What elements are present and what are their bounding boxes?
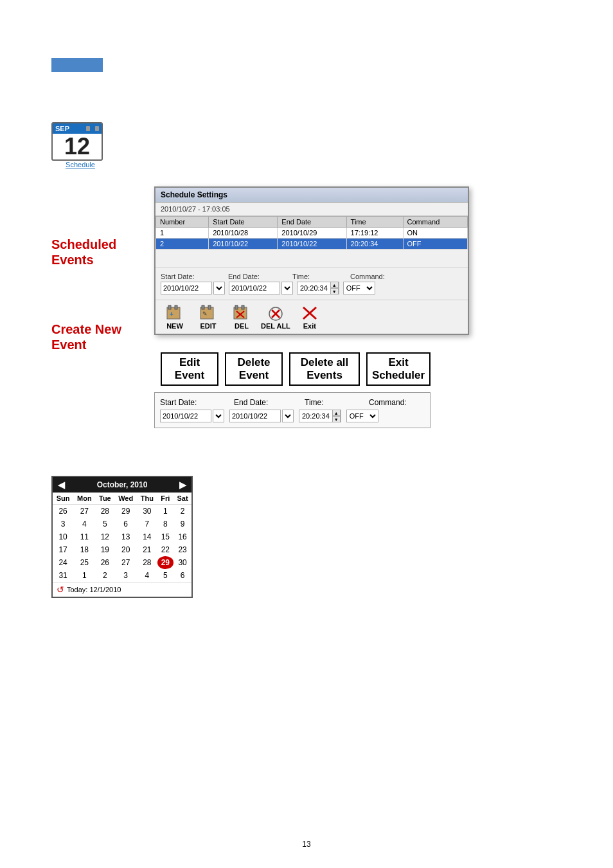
calendar-day[interactable]: 29 <box>157 556 174 569</box>
bf-end-date-input[interactable] <box>229 410 281 422</box>
start-date-label: Start Date: <box>161 273 222 280</box>
calendar-day[interactable]: 1 <box>157 505 174 518</box>
new-icon: + <box>164 304 185 322</box>
calendar-day[interactable]: 31 <box>53 569 73 582</box>
exit-button[interactable]: Exit <box>296 304 324 330</box>
calendar-day[interactable]: 13 <box>114 530 137 543</box>
cal-prev-btn[interactable]: ◀ <box>58 480 65 490</box>
cal-day: 12 <box>53 134 102 159</box>
col-header-enddate: End Date <box>278 217 346 228</box>
calendar-day[interactable]: 7 <box>137 518 157 530</box>
del-all-button[interactable]: DEL ALL <box>261 304 290 330</box>
bf-time-value: 20:20:34 <box>299 411 332 420</box>
calendar-day[interactable]: 8 <box>157 518 174 530</box>
calendar-day[interactable]: 11 <box>73 530 95 543</box>
svg-rect-10 <box>242 305 244 309</box>
svg-text:✎: ✎ <box>202 311 208 317</box>
new-event-button[interactable]: + NEW <box>161 304 189 330</box>
create-new-event-label: Create NewEvent <box>51 321 121 352</box>
calendar-day[interactable]: 25 <box>73 556 95 569</box>
mini-cal-footer: ↺ Today: 12/1/2010 <box>53 582 191 597</box>
calendar-day[interactable]: 27 <box>73 505 95 518</box>
window-title: Schedule Settings <box>155 188 468 203</box>
calendar-day[interactable]: 23 <box>173 543 191 556</box>
calendar-day[interactable]: 17 <box>53 543 73 556</box>
calendar-day[interactable]: 28 <box>137 556 157 569</box>
bf-start-date-select[interactable] <box>213 410 224 422</box>
calendar-day[interactable]: 19 <box>96 543 115 556</box>
col-header-startdate: Start Date <box>209 217 278 228</box>
calendar-day[interactable]: 12 <box>96 530 115 543</box>
bf-time-up-btn[interactable]: ▲ <box>332 410 341 416</box>
calendar-day[interactable]: 28 <box>96 505 115 518</box>
cell-endDate: 2010/10/22 <box>278 239 346 249</box>
cal-label[interactable]: Schedule <box>51 161 109 170</box>
calendar-day[interactable]: 9 <box>173 518 191 530</box>
time-up-btn[interactable]: ▲ <box>330 282 339 288</box>
calendar-day[interactable]: 18 <box>73 543 95 556</box>
del-all-label: DEL ALL <box>261 322 290 330</box>
calendar-day[interactable]: 4 <box>137 569 157 582</box>
calendar-day[interactable]: 3 <box>53 518 73 530</box>
calendar-day[interactable]: 26 <box>96 556 115 569</box>
calendar-day[interactable]: 5 <box>96 518 115 530</box>
cell-startDate: 2010/10/28 <box>209 228 278 239</box>
calendar-week-row: 17181920212223 <box>53 543 191 556</box>
calendar-day[interactable]: 5 <box>157 569 174 582</box>
del-event-button[interactable]: DEL <box>227 304 256 330</box>
end-date-input[interactable] <box>229 282 280 294</box>
top-bar <box>51 58 103 72</box>
calendar-day[interactable]: 15 <box>157 530 174 543</box>
cal-next-btn[interactable]: ▶ <box>179 480 186 490</box>
calendar-day[interactable]: 4 <box>73 518 95 530</box>
calendar-week-row: 3456789 <box>53 518 191 530</box>
calendar-week-row: 31123456 <box>53 569 191 582</box>
refresh-icon[interactable]: ↺ <box>57 584 64 595</box>
start-date-select[interactable] <box>213 282 225 294</box>
svg-rect-9 <box>235 305 238 309</box>
calendar-day[interactable]: 20 <box>114 543 137 556</box>
calendar-day[interactable]: 1 <box>73 569 95 582</box>
cell-command: ON <box>403 228 467 239</box>
calendar-day[interactable]: 14 <box>137 530 157 543</box>
bf-time-down-btn[interactable]: ▼ <box>332 416 341 422</box>
calendar-day[interactable]: 2 <box>96 569 115 582</box>
calendar-day[interactable]: 21 <box>137 543 157 556</box>
calendar-day[interactable]: 10 <box>53 530 73 543</box>
calendar-week-row: 262728293012 <box>53 505 191 518</box>
form-labels-row: Start Date: End Date: Time: Command: <box>161 273 463 280</box>
bf-command-select[interactable]: OFF ON <box>346 410 378 422</box>
edit-event-button[interactable]: ✎ EDIT <box>194 304 222 330</box>
calendar-day[interactable]: 27 <box>114 556 137 569</box>
calendar-day[interactable]: 6 <box>173 569 191 582</box>
time-spinner[interactable]: 20:20:34 ▲ ▼ <box>297 282 339 294</box>
cal-month-year: October, 2010 <box>97 480 148 489</box>
command-select[interactable]: OFF ON <box>343 282 375 294</box>
svg-rect-6 <box>208 305 211 309</box>
calendar-day[interactable]: 3 <box>114 569 137 582</box>
calendar-day[interactable]: 30 <box>137 505 157 518</box>
calendar-day[interactable]: 2 <box>173 505 191 518</box>
calendar-day[interactable]: 24 <box>53 556 73 569</box>
table-row[interactable]: 12010/10/282010/10/2917:19:12ON <box>156 228 468 239</box>
calendar-day[interactable]: 22 <box>157 543 174 556</box>
calendar-day[interactable]: 16 <box>173 530 191 543</box>
bf-command-label: Command: <box>369 398 407 407</box>
calendar-day[interactable]: 6 <box>114 518 137 530</box>
start-date-input[interactable] <box>161 282 212 294</box>
bf-end-date-label: End Date: <box>234 398 292 407</box>
del-all-icon <box>265 304 286 322</box>
bf-time-spinner[interactable]: 20:20:34 ▲ ▼ <box>299 410 341 422</box>
edit-label: EDIT <box>200 322 216 330</box>
time-label: Time: <box>292 273 344 280</box>
time-down-btn[interactable]: ▼ <box>330 288 339 294</box>
bf-start-date-input[interactable] <box>160 410 211 422</box>
table-row[interactable]: 22010/10/222010/10/2220:20:34OFF <box>156 239 468 249</box>
calendar-day[interactable]: 30 <box>173 556 191 569</box>
calendar-day[interactable]: 29 <box>114 505 137 518</box>
edit-event-label: EditEvent <box>161 352 218 386</box>
cell-endDate: 2010/10/29 <box>278 228 346 239</box>
end-date-select[interactable] <box>281 282 293 294</box>
bf-end-date-select[interactable] <box>282 410 294 422</box>
calendar-day[interactable]: 26 <box>53 505 73 518</box>
